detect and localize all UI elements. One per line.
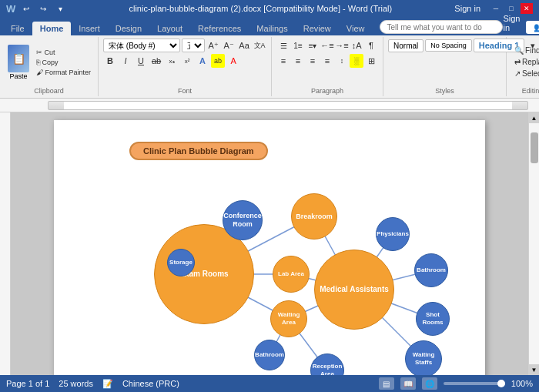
quick-access-redo[interactable]: ↪ — [37, 2, 49, 15]
style-normal[interactable]: Normal — [388, 39, 424, 52]
bubble-breakroom: Breakroom — [291, 193, 337, 240]
subscript-button[interactable]: x₂ — [165, 54, 179, 68]
status-bar: Page 1 of 1 25 words 📝 Chinese (PRC) ▤ 📖… — [0, 375, 539, 392]
clipboard-sub-buttons: ✂ Cut ⎘ Copy 🖌 Format Painter — [34, 48, 93, 77]
align-center-button[interactable]: ≡ — [291, 54, 305, 68]
zoom-thumb[interactable] — [497, 380, 505, 387]
scroll-up-button[interactable]: ▲ — [529, 112, 540, 123]
format-painter-button[interactable]: 🖌 Format Painter — [34, 68, 93, 77]
font-size-select[interactable]: 五号 — [182, 39, 205, 52]
multilevel-button[interactable]: ≡▾ — [306, 39, 320, 52]
borders-button[interactable]: ⊞ — [364, 54, 378, 68]
signin-label: Sign in — [503, 14, 520, 32]
justify-button[interactable]: ≡ — [320, 54, 334, 68]
editing-group: 🔍 Find ⇄ Replace ↗ Select = Editing — [507, 37, 539, 96]
web-layout-button[interactable]: 🌐 — [422, 377, 437, 390]
select-icon: ↗ — [514, 69, 521, 78]
numbering-button[interactable]: 1≡ — [291, 39, 305, 52]
clear-format-button[interactable]: Aa — [237, 39, 251, 52]
decrease-indent-button[interactable]: ←≡ — [320, 39, 334, 52]
tab-view[interactable]: View — [339, 22, 373, 35]
paste-icon: 📋 — [8, 45, 29, 72]
superscript-button[interactable]: x² — [180, 54, 194, 68]
cut-button[interactable]: ✂ Cut — [34, 48, 93, 57]
close-button[interactable]: ✕ — [521, 3, 533, 14]
diagram-title-shape: Clinic Plan Bubble Diagram — [129, 142, 268, 160]
tab-file[interactable]: File — [3, 22, 32, 35]
language: Chinese (PRC) — [122, 379, 179, 388]
print-layout-button[interactable]: ▤ — [379, 377, 394, 390]
sort-button[interactable]: ↕A — [350, 39, 363, 52]
minimize-button[interactable]: ─ — [490, 3, 502, 14]
quick-access-customize[interactable]: ▾ — [54, 2, 66, 15]
scroll-thumb[interactable] — [531, 132, 538, 163]
shrink-font-button[interactable]: A⁻ — [222, 39, 236, 52]
scroll-down-button[interactable]: ▼ — [529, 364, 540, 375]
shading-button[interactable]: ░ — [350, 54, 363, 68]
align-right-button[interactable]: ≡ — [306, 54, 320, 68]
clipboard-label: Clipboard — [5, 85, 93, 95]
title-bar-left: W ↩ ↪ ▾ — [6, 2, 66, 15]
diagram-lines — [54, 120, 485, 375]
paragraph-label: Paragraph — [276, 85, 378, 95]
text-highlight-button[interactable]: ab — [211, 54, 225, 68]
clipboard-group: 📋 Paste ✂ Cut ⎘ Copy 🖌 Format Painter Cl… — [0, 37, 99, 96]
increase-indent-button[interactable]: →≡ — [335, 39, 349, 52]
bullets-button[interactable]: ☰ — [276, 39, 290, 52]
editing-label: Editing — [511, 85, 539, 95]
tab-design[interactable]: Design — [108, 22, 149, 35]
horizontal-ruler — [0, 99, 539, 112]
bold-button[interactable]: B — [103, 54, 117, 68]
font-label: Font — [103, 85, 266, 95]
font-color-button[interactable]: A — [226, 54, 240, 68]
line-spacing-button[interactable]: ↕ — [335, 54, 349, 68]
tell-me-input[interactable] — [380, 20, 503, 34]
tab-layout[interactable]: Layout — [149, 22, 190, 35]
quick-access-undo[interactable]: ↩ — [20, 2, 32, 15]
share-icon: 👥 — [534, 22, 539, 32]
bubble-reception-area: Reception Area — [310, 353, 344, 375]
app-icon: W — [6, 3, 15, 15]
paragraph-group: ☰ 1≡ ≡▾ ←≡ →≡ ↕A ¶ ≡ ≡ ≡ ≡ ↕ ░ ⊞ Paragra… — [272, 37, 383, 96]
title-bar: W ↩ ↪ ▾ clinic-plan-bubble-diagram (2).d… — [0, 0, 539, 17]
bubble-lab-area: Lab Area — [273, 256, 310, 293]
read-mode-button[interactable]: 📖 — [400, 377, 416, 390]
document-area: Clinic Plan Bubble Diagram Exam RoomsMed… — [11, 112, 528, 375]
replace-icon: ⇄ — [514, 58, 521, 66]
bubble-conference-room: Conference Room — [223, 200, 263, 240]
font-name-select[interactable]: 宋体 (Body #) — [103, 39, 180, 52]
share-button[interactable]: 👥 Share — [526, 21, 539, 34]
style-nospace[interactable]: No Spacing — [425, 39, 472, 52]
signin-button[interactable]: Sign in — [454, 4, 480, 13]
bubble-shot-rooms: Shot Rooms — [416, 302, 450, 336]
find-icon: 🔍 — [514, 46, 524, 55]
show-marks-button[interactable]: ¶ — [364, 39, 378, 52]
paste-button[interactable]: 📋 Paste — [5, 43, 32, 82]
tab-mailings[interactable]: Mailings — [249, 22, 295, 35]
vertical-scrollbar[interactable]: ▲ ▼ — [528, 112, 539, 375]
font-group: 宋体 (Body #) 五号 A⁺ A⁻ Aa 文A B I U ab x₂ x… — [99, 37, 272, 96]
zoom-slider[interactable] — [444, 382, 505, 385]
strikethrough-button[interactable]: ab — [149, 54, 163, 68]
find-button[interactable]: 🔍 Find — [511, 45, 539, 55]
italic-button[interactable]: I — [119, 54, 132, 68]
maximize-button[interactable]: □ — [505, 3, 517, 14]
scroll-track[interactable] — [529, 123, 539, 364]
copy-button[interactable]: ⎘ Copy — [34, 58, 93, 67]
replace-button[interactable]: ⇄ Replace — [511, 57, 539, 67]
select-button[interactable]: ↗ Select = — [511, 69, 539, 79]
spell-check-icon: 📝 — [102, 379, 113, 389]
ribbon-tabs: File Home Insert Design Layout Reference… — [0, 17, 539, 35]
underline-button[interactable]: U — [134, 54, 148, 68]
zoom-level: 100% — [511, 379, 533, 388]
phonetic-button[interactable]: 文A — [253, 39, 266, 52]
window-title: clinic-plan-bubble-diagram (2).docx [Com… — [66, 4, 454, 13]
grow-font-button[interactable]: A⁺ — [206, 39, 220, 52]
tab-insert[interactable]: Insert — [71, 22, 108, 35]
text-effect-button[interactable]: A — [196, 54, 209, 68]
styles-label: Styles — [388, 85, 501, 95]
tab-review[interactable]: Review — [296, 22, 339, 35]
tab-references[interactable]: References — [190, 22, 249, 35]
tab-home[interactable]: Home — [32, 22, 72, 35]
align-left-button[interactable]: ≡ — [276, 54, 290, 68]
